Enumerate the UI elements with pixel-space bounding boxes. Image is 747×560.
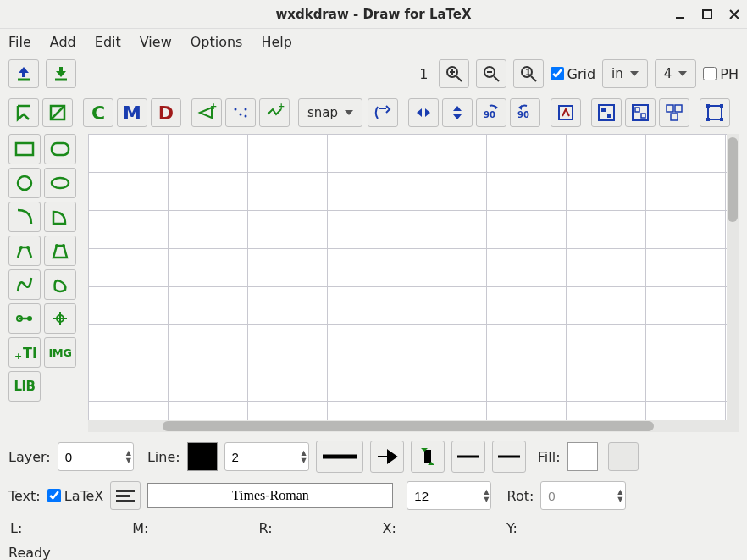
save-button[interactable] xyxy=(46,59,76,88)
grid-checkbox-input[interactable] xyxy=(551,67,564,80)
anchor-tool[interactable] xyxy=(44,303,76,334)
group-tool[interactable] xyxy=(591,98,622,127)
point-move-tool[interactable]: + xyxy=(259,98,290,127)
rectangle-tool[interactable] xyxy=(8,134,41,164)
delete-tool[interactable]: D xyxy=(151,98,181,127)
vertical-scrollbar[interactable] xyxy=(727,134,739,420)
arrow-end-button[interactable] xyxy=(370,441,404,473)
circle-tool[interactable] xyxy=(8,168,41,198)
rotate-cw-tool[interactable]: 90 xyxy=(510,98,540,127)
rounded-rect-tool[interactable] xyxy=(44,134,76,164)
point-add-icon: + xyxy=(196,103,217,123)
ellipse-icon xyxy=(49,175,71,191)
font-size-spinner[interactable]: ▲▼ xyxy=(484,488,490,503)
svg-rect-38 xyxy=(720,104,723,108)
spline-open-tool[interactable] xyxy=(8,269,41,300)
polygon-tool[interactable] xyxy=(44,236,76,266)
line-label: Line: xyxy=(147,449,180,465)
line-pattern-button[interactable] xyxy=(492,441,526,473)
ph-checkbox[interactable]: PH xyxy=(703,66,739,82)
coord-X: X: xyxy=(383,520,396,536)
grid-divs-select[interactable]: 4 xyxy=(655,59,697,88)
spline-closed-tool[interactable] xyxy=(44,269,76,300)
window-title: wxdkdraw - Draw for LaTeX xyxy=(275,7,471,22)
point-add-tool[interactable]: + xyxy=(191,98,222,127)
coord-R: R: xyxy=(259,520,273,536)
font-size-value[interactable] xyxy=(407,489,484,503)
zoom-reset-button[interactable]: 1 xyxy=(513,59,544,88)
menu-edit[interactable]: Edit xyxy=(95,34,121,50)
connector-tool[interactable] xyxy=(8,303,41,334)
menu-view[interactable]: View xyxy=(140,34,172,50)
point-move-icon: + xyxy=(264,103,285,123)
copy-tool[interactable]: C xyxy=(83,98,113,127)
svg-point-21 xyxy=(245,108,247,111)
latex-checkbox[interactable]: LaTeX xyxy=(47,488,104,504)
close-button[interactable] xyxy=(727,7,742,22)
zoom-in-button[interactable] xyxy=(439,59,469,88)
pie-tool[interactable] xyxy=(44,202,76,232)
menu-help[interactable]: Help xyxy=(261,34,291,50)
menu-options[interactable]: Options xyxy=(191,34,243,50)
select-all-tool[interactable] xyxy=(700,98,730,127)
layer-value[interactable] xyxy=(58,450,126,464)
open-button[interactable] xyxy=(8,59,39,88)
drawing-size-tool[interactable] xyxy=(368,98,398,127)
font-size-input[interactable]: ▲▼ xyxy=(407,481,491,510)
text-tool[interactable]: TI+ xyxy=(8,337,41,368)
rotate-ccw-tool[interactable]: 90 xyxy=(476,98,506,127)
polyline-tool[interactable] xyxy=(8,236,41,266)
region-tool[interactable] xyxy=(42,98,73,127)
move-tool[interactable]: M xyxy=(117,98,147,127)
line-cap-button[interactable] xyxy=(411,441,445,473)
latex-checkbox-input[interactable] xyxy=(47,489,61,502)
status-bar: Ready xyxy=(0,541,747,560)
line-width-input[interactable]: ▲▼ xyxy=(224,442,309,471)
maximize-button[interactable] xyxy=(700,7,715,22)
rot-spinner[interactable]: ▲▼ xyxy=(617,488,624,503)
snap-select[interactable]: snap xyxy=(298,98,362,127)
svg-text:90: 90 xyxy=(517,110,529,119)
line-join-button[interactable] xyxy=(451,441,485,473)
grid-unit-value: in xyxy=(611,66,623,81)
line-width-spinner[interactable]: ▲▼ xyxy=(302,449,308,464)
line-style-button[interactable] xyxy=(316,441,363,473)
rot-value[interactable] xyxy=(541,489,617,503)
text-align-button[interactable] xyxy=(110,481,141,510)
drawing-canvas[interactable] xyxy=(88,134,727,420)
font-input[interactable] xyxy=(147,483,393,508)
fill-pattern-button[interactable] xyxy=(608,442,639,471)
svg-text:+: + xyxy=(14,351,22,362)
ph-checkbox-input[interactable] xyxy=(703,67,717,80)
layer-input[interactable]: ▲▼ xyxy=(58,442,134,471)
coord-readout: L: M: R: X: Y: xyxy=(0,515,747,541)
polyline-icon xyxy=(14,241,35,261)
image-tool[interactable]: IMG xyxy=(44,337,76,368)
menu-add[interactable]: Add xyxy=(50,34,76,50)
svg-text:90: 90 xyxy=(484,110,495,119)
flip-v-tool[interactable] xyxy=(442,98,473,127)
line-width-value[interactable] xyxy=(225,450,302,464)
zoom-out-button[interactable] xyxy=(476,59,506,88)
ungroup-tool[interactable] xyxy=(625,98,656,127)
grid-unit-select[interactable]: in xyxy=(602,59,648,88)
grid-checkbox[interactable]: Grid xyxy=(551,66,596,82)
library-tool[interactable]: LIB xyxy=(8,371,41,402)
fill-color-swatch[interactable] xyxy=(567,442,598,471)
arc-tool[interactable] xyxy=(8,202,41,232)
flip-h-tool[interactable] xyxy=(408,98,439,127)
menu-file[interactable]: File xyxy=(8,34,31,50)
properties-tool[interactable] xyxy=(551,98,581,127)
horizontal-scrollbar[interactable] xyxy=(88,420,739,432)
group3-tool[interactable] xyxy=(659,98,689,127)
point-remove-tool[interactable] xyxy=(225,98,256,127)
properties-icon xyxy=(556,103,576,123)
point-remove-icon xyxy=(230,103,251,123)
minimize-button[interactable] xyxy=(672,7,688,22)
line-color-swatch[interactable] xyxy=(187,442,218,471)
layer-spinner[interactable]: ▲▼ xyxy=(126,449,133,464)
drawing-size-icon xyxy=(373,103,393,123)
rot-input[interactable]: ▲▼ xyxy=(540,481,625,510)
pointer-tool[interactable] xyxy=(8,98,39,127)
ellipse-tool[interactable] xyxy=(44,168,76,198)
